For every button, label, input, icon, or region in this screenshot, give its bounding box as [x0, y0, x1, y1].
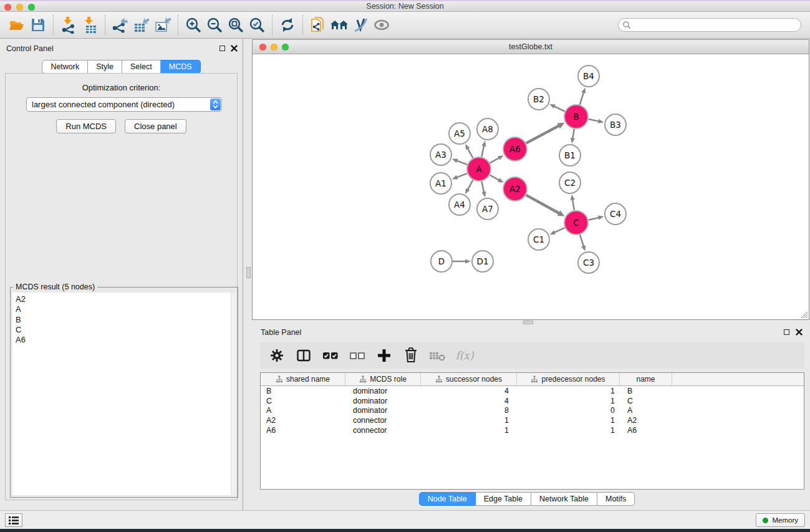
new-network-from-selection-button[interactable] — [307, 14, 329, 36]
zoom-fit-icon — [227, 16, 244, 34]
graph-edge-arrow-icon — [498, 155, 504, 160]
cell[interactable]: 1 — [517, 416, 620, 425]
export-table-button[interactable] — [131, 14, 152, 36]
show-columns-button[interactable] — [294, 346, 313, 365]
apply-layout-button[interactable] — [277, 14, 298, 36]
tab-mcds[interactable]: MCDS — [161, 60, 201, 74]
function-builder-button[interactable]: f(x) — [455, 346, 474, 365]
float-panel-icon[interactable] — [784, 329, 789, 335]
mcds-result-item[interactable]: A2 — [12, 293, 236, 304]
mcds-result-item[interactable]: C — [12, 325, 236, 335]
cell[interactable]: A — [620, 406, 672, 415]
cell[interactable]: connector — [345, 426, 421, 435]
scrollbar[interactable] — [231, 293, 236, 495]
select-all-button[interactable] — [321, 346, 340, 365]
network-graph[interactable]: B4B2BB3B1A5A8A6A3AA1A2C2A4A7C4CC1C3DD1 — [253, 54, 809, 319]
network-canvas[interactable]: B4B2BB3B1A5A8A6A3AA1A2C2A4A7C4CC1C3DD1 — [253, 54, 809, 319]
memory-button[interactable]: Memory — [756, 513, 805, 527]
tab-node-table[interactable]: Node Table — [419, 492, 476, 506]
close-panel-icon[interactable] — [796, 329, 803, 336]
cell[interactable]: A6 — [261, 426, 345, 435]
export-network-button[interactable] — [110, 14, 131, 36]
cell[interactable]: A6 — [620, 426, 672, 435]
show-details-button[interactable] — [371, 14, 392, 36]
delete-table-button[interactable] — [428, 346, 447, 365]
deselect-all-button[interactable] — [348, 346, 367, 365]
cell[interactable]: 4 — [421, 397, 517, 405]
task-history-button[interactable] — [5, 513, 22, 527]
zoom-selected-button[interactable] — [246, 14, 268, 36]
cell[interactable]: dominator — [345, 397, 421, 405]
cell[interactable]: C — [620, 397, 672, 405]
split-handle[interactable] — [246, 267, 251, 278]
cell[interactable]: 8 — [421, 406, 517, 415]
cell[interactable]: 1 — [517, 426, 620, 435]
table-panel: Table Panel — [244, 324, 810, 510]
delete-table-icon — [429, 349, 446, 362]
table-row: B dominator 4 1 B — [261, 386, 804, 396]
tab-network-table[interactable]: Network Table — [531, 492, 597, 506]
resize-grip-icon[interactable] — [800, 311, 808, 319]
cell[interactable]: 0 — [517, 406, 620, 415]
table-settings-button[interactable] — [268, 346, 286, 365]
graph-edge-arrow-icon — [452, 159, 458, 163]
cell[interactable]: dominator — [345, 387, 421, 395]
cell[interactable]: 4 — [421, 387, 517, 395]
mcds-result-group: MCDS result (5 nodes) A2 A B C A6 — [10, 287, 238, 498]
graph-node-label: A6 — [509, 144, 521, 154]
zoom-in-button[interactable] — [183, 14, 204, 36]
column-header-name[interactable]: name — [620, 373, 672, 385]
import-network-button[interactable] — [58, 14, 79, 36]
tab-network[interactable]: Network — [42, 60, 88, 74]
cell[interactable]: 1 — [517, 397, 620, 405]
column-header-successor-nodes[interactable]: successor nodes — [421, 373, 517, 385]
cell[interactable]: B — [261, 387, 345, 395]
first-neighbors-button[interactable] — [329, 14, 350, 36]
cell[interactable]: A — [261, 406, 345, 415]
import-table-button[interactable] — [79, 14, 100, 36]
network-view-window: testGlobe.txt B4B2BB3B1A5A8A6A3AA1A2C2A4… — [252, 39, 809, 320]
save-session-button[interactable] — [27, 14, 49, 36]
export-image-button[interactable] — [152, 14, 173, 36]
float-panel-icon[interactable] — [219, 46, 225, 51]
graph-edge — [481, 145, 484, 157]
toolbar-separator — [53, 15, 54, 35]
column-header-shared-name[interactable]: shared name — [261, 373, 345, 385]
cell[interactable]: connector — [345, 416, 421, 425]
search-input[interactable] — [631, 19, 801, 31]
zoom-fit-button[interactable] — [225, 14, 246, 36]
graph-node-label: C — [573, 218, 579, 228]
criterion-select[interactable]: largest connected component (directed) — [26, 97, 222, 112]
export-table-icon — [133, 16, 150, 34]
cell[interactable]: A2 — [620, 416, 672, 425]
cell[interactable]: B — [620, 387, 672, 395]
close-panel-button[interactable]: Close panel — [125, 119, 186, 133]
cell[interactable]: 1 — [421, 416, 517, 425]
cell[interactable]: 1 — [421, 426, 517, 435]
toolbar-separator — [178, 15, 178, 35]
column-header-mcds-role[interactable]: MCDS role — [345, 373, 421, 385]
mcds-result-item[interactable]: A — [12, 304, 236, 314]
open-session-button[interactable] — [6, 14, 27, 36]
mcds-result-item[interactable]: A6 — [12, 335, 236, 345]
column-header-predecessor-nodes[interactable]: predecessor nodes — [517, 373, 620, 385]
run-mcds-button[interactable]: Run MCDS — [56, 119, 116, 133]
graph-node-label: A — [476, 164, 482, 174]
table-row: A2 connector 1 1 A2 — [261, 415, 804, 425]
cell[interactable]: A2 — [261, 416, 345, 425]
tab-style[interactable]: Style — [88, 60, 122, 74]
tab-motifs[interactable]: Motifs — [597, 492, 635, 506]
tab-edge-table[interactable]: Edge Table — [476, 492, 531, 506]
hide-details-icon — [352, 17, 369, 33]
cell[interactable]: dominator — [345, 406, 421, 415]
toolbar-separator — [105, 15, 105, 35]
tab-select[interactable]: Select — [122, 60, 161, 74]
mcds-result-item[interactable]: B — [12, 315, 236, 325]
hide-details-button[interactable] — [350, 14, 371, 36]
cell[interactable]: C — [261, 397, 345, 405]
close-panel-icon[interactable] — [231, 45, 238, 52]
cell[interactable]: 1 — [517, 387, 620, 395]
create-column-button[interactable] — [375, 346, 393, 365]
delete-column-button[interactable] — [402, 346, 420, 365]
zoom-out-button[interactable] — [204, 14, 225, 36]
